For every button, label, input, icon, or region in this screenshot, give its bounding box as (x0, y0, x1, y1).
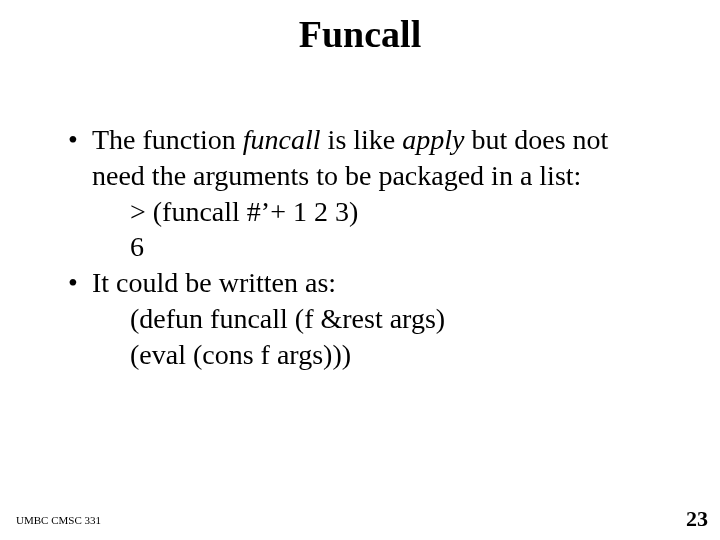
code-line: (eval (cons f args))) (130, 337, 668, 373)
text-frag: The function (92, 124, 243, 155)
page-number: 23 (686, 506, 708, 532)
text-funcall: funcall (243, 124, 321, 155)
text-apply: apply (402, 124, 464, 155)
code-line: > (funcall #’+ 1 2 3) (130, 194, 668, 230)
code-line: (defun funcall (f &rest args) (130, 301, 668, 337)
slide-body: • The function funcall is like apply but… (68, 122, 668, 373)
bullet-text-1: The function funcall is like apply but d… (92, 122, 668, 194)
bullet-item-2: • It could be written as: (68, 265, 668, 301)
slide: Funcall • The function funcall is like a… (0, 0, 720, 540)
bullet-dot: • (68, 122, 92, 194)
footer-course: UMBC CMSC 331 (16, 514, 101, 526)
code-result: 6 (130, 229, 668, 265)
bullet-dot: • (68, 265, 92, 301)
text-frag: is like (321, 124, 403, 155)
bullet-text-2: It could be written as: (92, 265, 336, 301)
bullet-item-1: • The function funcall is like apply but… (68, 122, 668, 194)
slide-title: Funcall (0, 12, 720, 56)
